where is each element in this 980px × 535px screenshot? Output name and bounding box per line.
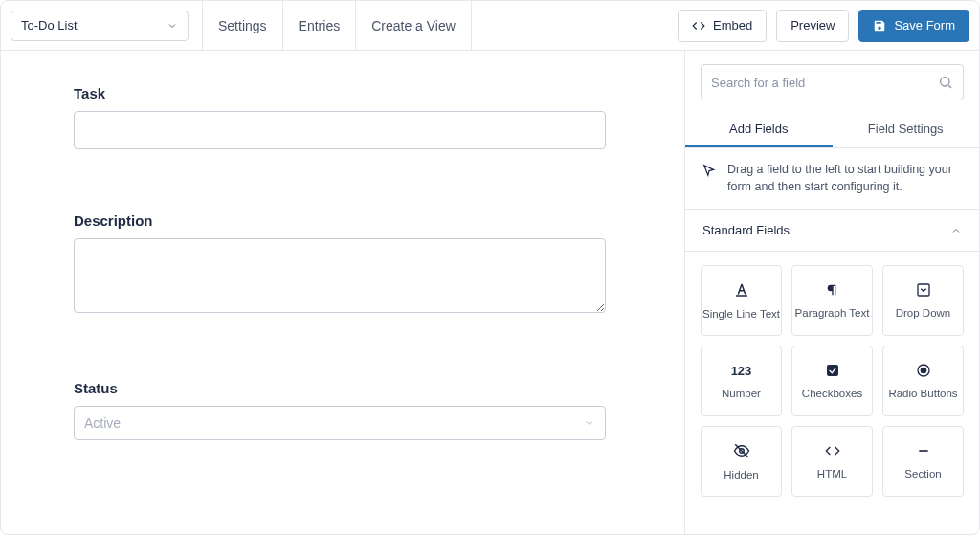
svg-point-6 — [921, 368, 925, 372]
status-select[interactable]: Active — [74, 406, 606, 440]
checkbox-icon — [825, 363, 840, 378]
preview-label: Preview — [791, 18, 835, 33]
field-grid: Single Line Text Paragraph Text Drop Dow… — [685, 252, 979, 510]
field-card-label: Section — [904, 468, 941, 479]
save-icon — [873, 19, 886, 33]
search-icon — [938, 75, 953, 90]
nav-settings[interactable]: Settings — [202, 1, 282, 50]
top-bar: To-Do List Settings Entries Create a Vie… — [1, 1, 979, 51]
tab-add-fields[interactable]: Add Fields — [685, 110, 833, 147]
preview-button[interactable]: Preview — [776, 10, 849, 42]
form-selector-label: To-Do List — [21, 18, 78, 33]
field-card-label: Paragraph Text — [795, 307, 870, 319]
field-card-label: Hidden — [724, 469, 758, 480]
group-title: Standard Fields — [702, 223, 790, 237]
field-status: Status Active — [74, 380, 612, 440]
status-selected: Active — [84, 415, 121, 431]
top-nav: Settings Entries Create a View — [202, 1, 472, 50]
group-standard-fields[interactable]: Standard Fields — [685, 210, 979, 252]
embed-button[interactable]: Embed — [678, 10, 767, 42]
field-html[interactable]: HTML — [791, 426, 873, 497]
nav-entries[interactable]: Entries — [282, 1, 356, 50]
top-actions: Embed Preview Save Form — [678, 10, 969, 42]
chevron-up-icon — [950, 225, 962, 236]
field-radio-buttons[interactable]: Radio Buttons — [882, 346, 964, 416]
task-input[interactable] — [74, 111, 606, 149]
field-card-label: Radio Buttons — [888, 388, 957, 399]
svg-line-1 — [948, 85, 951, 88]
nav-create-view[interactable]: Create a View — [355, 1, 472, 50]
field-number[interactable]: 123 Number — [701, 346, 782, 416]
dropdown-icon — [916, 282, 931, 298]
cursor-icon — [702, 164, 716, 177]
save-form-button[interactable]: Save Form — [858, 10, 969, 42]
description-textarea[interactable] — [74, 238, 606, 313]
chevron-down-icon — [167, 20, 178, 32]
number-icon: 123 — [731, 364, 752, 378]
form-selector[interactable]: To-Do List — [11, 11, 189, 41]
field-label: Description — [74, 212, 612, 229]
search-wrap — [685, 51, 979, 110]
svg-point-0 — [941, 78, 949, 86]
field-card-label: HTML — [817, 468, 847, 479]
field-checkboxes[interactable]: Checkboxes — [791, 346, 873, 416]
embed-label: Embed — [713, 18, 752, 33]
field-task: Task — [74, 85, 612, 149]
tab-field-settings[interactable]: Field Settings — [833, 110, 980, 147]
field-card-label: Drop Down — [896, 307, 951, 319]
field-card-label: Number — [722, 388, 761, 399]
sidebar-tabs: Add Fields Field Settings — [685, 110, 979, 148]
search-box[interactable] — [701, 64, 964, 100]
field-label: Task — [74, 85, 612, 101]
html-icon — [825, 443, 840, 458]
chevron-down-icon — [584, 417, 595, 429]
hidden-icon — [733, 442, 750, 459]
field-paragraph-text[interactable]: Paragraph Text — [791, 265, 873, 336]
save-label: Save Form — [894, 18, 955, 33]
svg-rect-4 — [827, 365, 838, 376]
field-card-label: Checkboxes — [802, 388, 862, 399]
field-single-line-text[interactable]: Single Line Text — [701, 265, 782, 336]
hint-text: Drag a field to the left to start buildi… — [727, 162, 962, 195]
search-input[interactable] — [711, 76, 930, 90]
section-icon — [916, 443, 931, 458]
text-icon — [733, 281, 750, 299]
main-content: Task Description Status Active — [1, 51, 979, 534]
code-icon — [692, 19, 705, 33]
field-label: Status — [74, 380, 612, 396]
field-hidden[interactable]: Hidden — [701, 426, 782, 497]
field-card-label: Single Line Text — [702, 308, 780, 320]
field-dropdown[interactable]: Drop Down — [882, 265, 964, 336]
svg-rect-3 — [918, 284, 929, 296]
hint: Drag a field to the left to start buildi… — [685, 148, 979, 210]
form-canvas: Task Description Status Active — [1, 51, 684, 534]
radio-icon — [916, 363, 931, 378]
field-section[interactable]: Section — [882, 426, 964, 497]
paragraph-icon — [825, 282, 840, 298]
field-description: Description — [74, 212, 612, 317]
sidebar: Add Fields Field Settings Drag a field t… — [684, 51, 979, 534]
